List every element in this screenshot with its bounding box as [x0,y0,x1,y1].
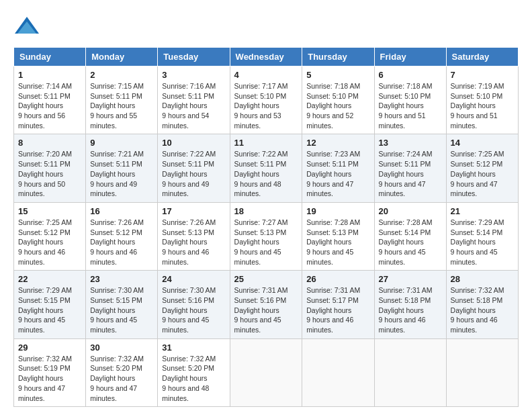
weekday-header-saturday: Saturday [446,48,518,66]
day-info: Sunrise: 7:22 AM Sunset: 5:11 PM Dayligh… [234,149,298,198]
day-info: Sunrise: 7:30 AM Sunset: 5:15 PM Dayligh… [90,285,153,334]
day-info: Sunrise: 7:17 AM Sunset: 5:10 PM Dayligh… [234,81,298,130]
calendar-cell: 8 Sunrise: 7:20 AM Sunset: 5:11 PM Dayli… [14,134,86,202]
calendar-cell: 10 Sunrise: 7:22 AM Sunset: 5:11 PM Dayl… [158,134,230,202]
day-number: 21 [451,206,514,216]
day-number: 9 [90,138,153,148]
calendar-cell: 27 Sunrise: 7:31 AM Sunset: 5:18 PM Dayl… [374,271,446,338]
day-number: 18 [234,206,298,216]
weekday-header-monday: Monday [86,48,158,66]
day-number: 19 [306,206,369,216]
day-number: 22 [18,274,81,284]
weekday-header-tuesday: Tuesday [158,48,230,66]
calendar-week-row: 15 Sunrise: 7:25 AM Sunset: 5:12 PM Dayl… [14,202,519,270]
calendar-table: SundayMondayTuesdayWednesdayThursdayFrid… [13,47,519,407]
day-number: 1 [18,70,81,80]
day-number: 31 [162,342,225,353]
day-info: Sunrise: 7:14 AM Sunset: 5:11 PM Dayligh… [18,81,81,130]
day-number: 20 [379,206,442,216]
weekday-header-wednesday: Wednesday [230,48,302,66]
calendar-week-row: 22 Sunrise: 7:29 AM Sunset: 5:15 PM Dayl… [14,271,519,338]
calendar-cell: 29 Sunrise: 7:32 AM Sunset: 5:19 PM Dayl… [14,338,86,406]
day-number: 14 [451,138,514,148]
day-info: Sunrise: 7:20 AM Sunset: 5:11 PM Dayligh… [18,149,81,198]
day-number: 28 [451,274,514,284]
day-number: 13 [379,138,442,148]
day-number: 12 [306,138,369,148]
day-info: Sunrise: 7:28 AM Sunset: 5:13 PM Dayligh… [306,218,369,267]
day-info: Sunrise: 7:18 AM Sunset: 5:10 PM Dayligh… [379,81,442,130]
calendar-cell [230,338,302,406]
day-info: Sunrise: 7:15 AM Sunset: 5:11 PM Dayligh… [90,81,153,130]
day-info: Sunrise: 7:22 AM Sunset: 5:11 PM Dayligh… [162,149,225,198]
day-info: Sunrise: 7:18 AM Sunset: 5:10 PM Dayligh… [306,81,369,130]
calendar-cell: 21 Sunrise: 7:29 AM Sunset: 5:14 PM Dayl… [446,202,518,270]
calendar-cell: 18 Sunrise: 7:27 AM Sunset: 5:13 PM Dayl… [230,202,302,270]
day-info: Sunrise: 7:26 AM Sunset: 5:12 PM Dayligh… [90,218,153,267]
day-number: 25 [234,274,298,284]
logo [13,13,44,40]
weekday-header-thursday: Thursday [302,48,374,66]
day-number: 26 [306,274,369,284]
day-number: 17 [162,206,225,216]
calendar-cell: 22 Sunrise: 7:29 AM Sunset: 5:15 PM Dayl… [14,271,86,338]
calendar-cell: 28 Sunrise: 7:32 AM Sunset: 5:18 PM Dayl… [446,271,518,338]
day-number: 4 [234,70,298,80]
day-info: Sunrise: 7:32 AM Sunset: 5:20 PM Dayligh… [90,354,153,403]
calendar-cell: 25 Sunrise: 7:31 AM Sunset: 5:16 PM Dayl… [230,271,302,338]
day-info: Sunrise: 7:32 AM Sunset: 5:19 PM Dayligh… [18,354,81,403]
calendar-cell: 6 Sunrise: 7:18 AM Sunset: 5:10 PM Dayli… [374,66,446,134]
day-number: 16 [90,206,153,216]
calendar-cell: 17 Sunrise: 7:26 AM Sunset: 5:13 PM Dayl… [158,202,230,270]
page-header [13,13,519,40]
calendar-cell: 31 Sunrise: 7:32 AM Sunset: 5:20 PM Dayl… [158,338,230,406]
calendar-cell: 23 Sunrise: 7:30 AM Sunset: 5:15 PM Dayl… [86,271,158,338]
day-info: Sunrise: 7:29 AM Sunset: 5:14 PM Dayligh… [451,218,514,267]
day-info: Sunrise: 7:31 AM Sunset: 5:16 PM Dayligh… [234,285,298,334]
day-info: Sunrise: 7:23 AM Sunset: 5:11 PM Dayligh… [306,149,369,198]
day-number: 2 [90,70,153,80]
day-info: Sunrise: 7:25 AM Sunset: 5:12 PM Dayligh… [451,149,514,198]
day-info: Sunrise: 7:19 AM Sunset: 5:10 PM Dayligh… [451,81,514,130]
day-info: Sunrise: 7:27 AM Sunset: 5:13 PM Dayligh… [234,218,298,267]
weekday-header-sunday: Sunday [14,48,86,66]
day-info: Sunrise: 7:31 AM Sunset: 5:18 PM Dayligh… [379,285,442,334]
calendar-cell: 2 Sunrise: 7:15 AM Sunset: 5:11 PM Dayli… [86,66,158,134]
day-number: 29 [18,342,81,353]
calendar-cell: 9 Sunrise: 7:21 AM Sunset: 5:11 PM Dayli… [86,134,158,202]
day-number: 24 [162,274,225,284]
day-info: Sunrise: 7:28 AM Sunset: 5:14 PM Dayligh… [379,218,442,267]
calendar-cell: 12 Sunrise: 7:23 AM Sunset: 5:11 PM Dayl… [302,134,374,202]
day-number: 15 [18,206,81,216]
day-number: 7 [451,70,514,80]
day-info: Sunrise: 7:25 AM Sunset: 5:12 PM Dayligh… [18,218,81,267]
calendar-cell [302,338,374,406]
calendar-cell: 14 Sunrise: 7:25 AM Sunset: 5:12 PM Dayl… [446,134,518,202]
day-info: Sunrise: 7:21 AM Sunset: 5:11 PM Dayligh… [90,149,153,198]
day-info: Sunrise: 7:24 AM Sunset: 5:11 PM Dayligh… [379,149,442,198]
day-info: Sunrise: 7:32 AM Sunset: 5:20 PM Dayligh… [162,354,225,403]
day-info: Sunrise: 7:26 AM Sunset: 5:13 PM Dayligh… [162,218,225,267]
calendar-cell: 26 Sunrise: 7:31 AM Sunset: 5:17 PM Dayl… [302,271,374,338]
calendar-cell: 19 Sunrise: 7:28 AM Sunset: 5:13 PM Dayl… [302,202,374,270]
calendar-cell: 1 Sunrise: 7:14 AM Sunset: 5:11 PM Dayli… [14,66,86,134]
day-number: 27 [379,274,442,284]
calendar-cell [374,338,446,406]
day-number: 8 [18,138,81,148]
day-number: 10 [162,138,225,148]
day-number: 6 [379,70,442,80]
day-number: 3 [162,70,225,80]
calendar-cell [446,338,518,406]
day-number: 30 [90,342,153,353]
calendar-cell: 3 Sunrise: 7:16 AM Sunset: 5:11 PM Dayli… [158,66,230,134]
calendar-week-row: 8 Sunrise: 7:20 AM Sunset: 5:11 PM Dayli… [14,134,519,202]
calendar-cell: 7 Sunrise: 7:19 AM Sunset: 5:10 PM Dayli… [446,66,518,134]
calendar-cell: 5 Sunrise: 7:18 AM Sunset: 5:10 PM Dayli… [302,66,374,134]
calendar-cell: 20 Sunrise: 7:28 AM Sunset: 5:14 PM Dayl… [374,202,446,270]
calendar-cell: 24 Sunrise: 7:30 AM Sunset: 5:16 PM Dayl… [158,271,230,338]
day-info: Sunrise: 7:31 AM Sunset: 5:17 PM Dayligh… [306,285,369,334]
calendar-cell: 4 Sunrise: 7:17 AM Sunset: 5:10 PM Dayli… [230,66,302,134]
calendar-cell: 15 Sunrise: 7:25 AM Sunset: 5:12 PM Dayl… [14,202,86,270]
calendar-week-row: 29 Sunrise: 7:32 AM Sunset: 5:19 PM Dayl… [14,338,519,406]
day-info: Sunrise: 7:16 AM Sunset: 5:11 PM Dayligh… [162,81,225,130]
